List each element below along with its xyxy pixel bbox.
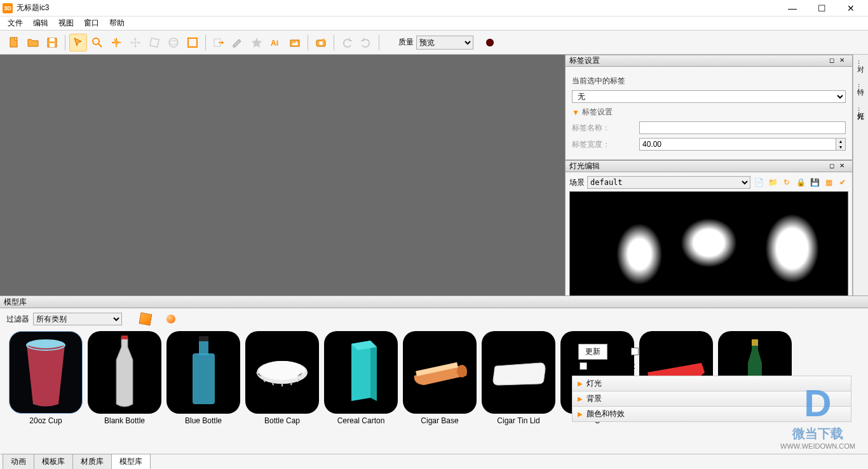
edit-button[interactable] (229, 34, 247, 51)
side-tab-2[interactable]: 特… (855, 81, 867, 93)
svg-rect-12 (290, 40, 299, 46)
accordion-color-fx[interactable]: ▶颜色和特效 (572, 406, 851, 422)
apply-scene-icon[interactable]: ✔ (837, 177, 848, 188)
bottom-tab-strip: 动画 模板库 材质库 模型库 (0, 454, 868, 469)
tab-material-library[interactable]: 材质库 (72, 454, 112, 469)
light-editor-panel-header[interactable]: 灯光编辑 ◻ ✕ (565, 160, 853, 172)
menu-view[interactable]: 视图 (53, 17, 79, 30)
rotate-tool-button[interactable] (146, 34, 163, 51)
svg-rect-15 (322, 39, 325, 41)
label-width-spinner[interactable]: ▲▼ (836, 138, 846, 151)
app-logo-icon: 3D (3, 3, 13, 13)
save-file-button[interactable] (43, 34, 61, 51)
svg-point-14 (319, 41, 323, 45)
current-label-select[interactable]: 无 (572, 90, 846, 103)
menu-window[interactable]: 窗口 (79, 17, 104, 30)
tab-model-library[interactable]: 模型库 (111, 454, 151, 469)
accordion-light[interactable]: ▶灯光 (572, 376, 851, 391)
svg-line-5 (98, 44, 102, 47)
open-scene-icon[interactable]: 📁 (767, 177, 778, 188)
light-accordion: ▶灯光 ▶背景 ▶颜色和特效 (572, 376, 851, 421)
import-button[interactable] (210, 34, 227, 51)
menu-file[interactable]: 文件 (3, 17, 28, 30)
model-card-cigar-tin-lid[interactable]: Cigar Tin Lid (482, 331, 555, 433)
light-editor-panel-body: 场景 default 📄 📁 ↻ 🔒 💾 ▦ ✔ (565, 172, 853, 296)
update-button[interactable]: 更新 (578, 344, 607, 360)
light-hdri-preview[interactable] (569, 191, 848, 296)
light-editor-title: 灯光编辑 (569, 161, 600, 172)
3d-viewport[interactable] (0, 55, 565, 296)
maximize-button[interactable]: ☐ (807, 0, 836, 17)
quality-select[interactable]: 预览 (416, 36, 473, 50)
svg-point-4 (93, 38, 99, 44)
svg-point-24 (457, 365, 467, 377)
undo-button[interactable] (338, 34, 356, 51)
window-title: 无标题ic3 (17, 3, 778, 13)
model-card-20oz-cup[interactable]: 20oz Cup (9, 331, 83, 433)
close-button[interactable]: ✕ (836, 0, 865, 17)
label-name-label: 标签名称： (572, 123, 635, 133)
label-name-input[interactable] (639, 121, 846, 134)
filter-select[interactable]: 所有类别 (33, 313, 122, 325)
model-card-blue-bottle[interactable]: Blue Bottle (166, 331, 240, 433)
select-tool-button[interactable] (69, 34, 87, 51)
star-button[interactable] (248, 34, 266, 51)
new-scene-icon[interactable]: 📄 (753, 177, 764, 188)
accordion-background[interactable]: ▶背景 (572, 391, 851, 407)
filter-row: 过滤器 所有类别 (0, 308, 868, 330)
tab-animation[interactable]: 动画 (3, 454, 34, 469)
open-file-button[interactable] (24, 34, 42, 51)
close-panel-icon[interactable]: ✕ (839, 162, 848, 171)
filter-label: 过滤器 (6, 314, 29, 325)
model-library-header[interactable]: 模型库 (0, 296, 868, 308)
svg-rect-3 (50, 43, 55, 47)
move-tool-button[interactable] (126, 34, 144, 51)
camera-button[interactable] (312, 34, 330, 51)
svg-rect-0 (10, 37, 17, 47)
model-card-cigar-base[interactable]: Cigar Base (403, 331, 477, 433)
svg-rect-2 (50, 38, 55, 41)
model-card-bottle-cap[interactable]: Bottle Cap (245, 331, 319, 433)
svg-rect-20 (199, 339, 208, 355)
interact-checkbox-row[interactable]: 交 (631, 346, 649, 357)
close-panel-icon[interactable]: ✕ (839, 57, 848, 65)
menu-help[interactable]: 帮助 (104, 17, 130, 30)
dock-icon[interactable]: ◻ (829, 57, 838, 65)
label-width-input[interactable] (639, 138, 836, 151)
lock-light-checkbox-row[interactable]: Lock light (580, 362, 635, 370)
redo-button[interactable] (357, 34, 375, 51)
zoom-tool-button[interactable] (88, 34, 106, 51)
label-settings-panel-body: 当前选中的标签 无 ▼标签设置 标签名称： 标签宽度： ▲▼ (565, 67, 853, 160)
label-settings-panel-header[interactable]: 标签设置 ◻ ✕ (565, 55, 853, 67)
tab-template-library[interactable]: 模板库 (34, 454, 73, 469)
label-settings-title: 标签设置 (569, 55, 600, 66)
current-label-label: 当前选中的标签 (572, 76, 635, 86)
refresh-scene-icon[interactable]: ↻ (781, 177, 792, 188)
main-toolbar: Ai 质量 预览 (0, 31, 868, 55)
quality-label: 质量 (398, 37, 414, 48)
dock-icon[interactable]: ◻ (829, 162, 838, 171)
label-settings-section[interactable]: ▼标签设置 (572, 107, 846, 118)
svg-rect-19 (193, 353, 215, 404)
ai-text-button[interactable]: Ai (267, 34, 285, 51)
minimize-button[interactable]: — (778, 0, 807, 17)
model-card-cereal-carton[interactable]: Cereal Carton (324, 331, 398, 433)
frame-tool-button[interactable] (184, 34, 201, 51)
sphere-icon[interactable] (166, 315, 175, 323)
cube-icon[interactable] (139, 313, 153, 326)
scene-select[interactable]: default (587, 176, 750, 189)
model-card-blank-bottle[interactable]: Blank Bottle (88, 331, 161, 433)
save-scene-icon[interactable]: 💾 (809, 177, 820, 188)
svg-rect-18 (121, 336, 128, 339)
pan-tool-button[interactable] (107, 34, 125, 51)
side-tab-1[interactable]: 对… (855, 57, 867, 69)
orbit-tool-button[interactable] (165, 34, 182, 51)
scene-label: 场景 (569, 177, 585, 188)
export-scene-icon[interactable]: ▦ (823, 177, 834, 188)
scene-button[interactable] (286, 34, 304, 51)
svg-point-8 (169, 41, 178, 44)
menu-edit[interactable]: 编辑 (28, 17, 53, 30)
new-file-button[interactable] (5, 34, 23, 51)
lock-scene-icon[interactable]: 🔒 (795, 177, 806, 188)
side-tab-3[interactable]: 灯光… (855, 104, 867, 116)
